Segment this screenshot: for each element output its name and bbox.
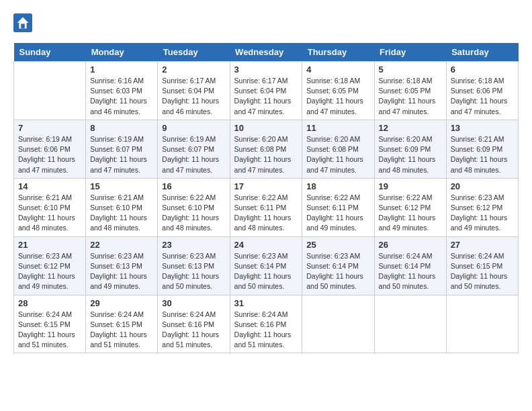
date-number: 15: [90, 181, 153, 191]
date-number: 13: [451, 123, 514, 133]
cell-sunset: Sunset: 6:14 PM: [379, 262, 431, 270]
cell-sunrise: Sunrise: 6:21 AM: [90, 193, 144, 201]
cell-sunset: Sunset: 6:07 PM: [162, 145, 214, 153]
cell-sunset: Sunset: 6:10 PM: [162, 203, 214, 212]
cell-sunset: Sunset: 6:12 PM: [451, 203, 503, 212]
calendar-cell: 5 Sunrise: 6:18 AM Sunset: 6:05 PM Dayli…: [374, 62, 446, 120]
cell-daylight: Daylight: 11 hours and 50 minutes.: [379, 272, 436, 290]
cell-daylight: Daylight: 11 hours and 49 minutes.: [306, 214, 363, 232]
date-number: 24: [234, 240, 298, 250]
date-number: 5: [379, 64, 442, 75]
date-number: 4: [306, 64, 369, 75]
cell-sunrise: Sunrise: 6:22 AM: [162, 193, 216, 201]
date-number: 7: [18, 123, 81, 133]
calendar-cell: 23 Sunrise: 6:23 AM Sunset: 6:13 PM Dayl…: [158, 236, 230, 295]
calendar-cell: 24 Sunrise: 6:23 AM Sunset: 6:14 PM Dayl…: [230, 236, 302, 295]
svg-rect-2: [21, 24, 25, 28]
cell-sunset: Sunset: 6:08 PM: [234, 145, 287, 153]
cell-sunrise: Sunrise: 6:22 AM: [306, 193, 360, 201]
calendar-cell: 30 Sunrise: 6:24 AM Sunset: 6:16 PM Dayl…: [158, 295, 230, 353]
calendar-cell: 8 Sunrise: 6:19 AM Sunset: 6:07 PM Dayli…: [86, 120, 158, 178]
date-number: 28: [18, 298, 81, 308]
calendar-cell: [446, 295, 518, 353]
calendar-cell: 10 Sunrise: 6:20 AM Sunset: 6:08 PM Dayl…: [230, 120, 302, 178]
cell-daylight: Daylight: 11 hours and 48 minutes.: [234, 214, 292, 232]
cell-sunrise: Sunrise: 6:23 AM: [234, 252, 288, 260]
cell-sunrise: Sunrise: 6:16 AM: [90, 77, 144, 85]
cell-sunset: Sunset: 6:13 PM: [90, 262, 142, 270]
cell-sunrise: Sunrise: 6:24 AM: [234, 310, 288, 318]
day-header-sunday: Sunday: [14, 43, 86, 62]
cell-sunset: Sunset: 6:15 PM: [451, 262, 503, 270]
date-number: 21: [18, 240, 81, 250]
cell-sunset: Sunset: 6:06 PM: [18, 145, 71, 153]
day-header-saturday: Saturday: [446, 43, 518, 62]
cell-sunset: Sunset: 6:16 PM: [162, 320, 214, 328]
cell-daylight: Daylight: 11 hours and 48 minutes.: [451, 155, 508, 173]
cell-sunrise: Sunrise: 6:22 AM: [234, 193, 288, 201]
day-header-thursday: Thursday: [302, 43, 374, 62]
date-number: 9: [162, 123, 225, 133]
week-row-4: 21 Sunrise: 6:23 AM Sunset: 6:12 PM Dayl…: [14, 236, 519, 295]
logo: [13, 13, 35, 32]
cell-daylight: Daylight: 11 hours and 48 minutes.: [162, 214, 219, 232]
calendar-cell: 9 Sunrise: 6:19 AM Sunset: 6:07 PM Dayli…: [158, 120, 230, 178]
date-number: 17: [234, 181, 298, 191]
cell-sunset: Sunset: 6:13 PM: [162, 262, 214, 270]
cell-sunrise: Sunrise: 6:22 AM: [379, 193, 433, 201]
cell-daylight: Daylight: 11 hours and 51 minutes.: [90, 330, 147, 349]
week-row-2: 7 Sunrise: 6:19 AM Sunset: 6:06 PM Dayli…: [14, 120, 519, 178]
cell-sunset: Sunset: 6:15 PM: [90, 320, 142, 328]
cell-sunset: Sunset: 6:09 PM: [451, 145, 503, 153]
calendar-cell: 13 Sunrise: 6:21 AM Sunset: 6:09 PM Dayl…: [446, 120, 518, 178]
page-container: SundayMondayTuesdayWednesdayThursdayFrid…: [13, 13, 519, 353]
calendar-cell: 20 Sunrise: 6:23 AM Sunset: 6:12 PM Dayl…: [446, 178, 518, 236]
cell-sunrise: Sunrise: 6:23 AM: [90, 252, 144, 260]
calendar-cell: 29 Sunrise: 6:24 AM Sunset: 6:15 PM Dayl…: [86, 295, 158, 353]
date-number: 22: [90, 240, 153, 250]
date-number: 18: [306, 181, 369, 191]
cell-daylight: Daylight: 11 hours and 47 minutes.: [306, 97, 363, 115]
date-number: 3: [234, 64, 298, 75]
cell-sunrise: Sunrise: 6:17 AM: [162, 77, 216, 85]
date-number: 12: [379, 123, 442, 133]
cell-daylight: Daylight: 11 hours and 46 minutes.: [90, 97, 147, 115]
week-row-5: 28 Sunrise: 6:24 AM Sunset: 6:15 PM Dayl…: [14, 295, 519, 353]
cell-sunrise: Sunrise: 6:18 AM: [451, 77, 504, 85]
cell-daylight: Daylight: 11 hours and 47 minutes.: [18, 155, 75, 173]
calendar-cell: 15 Sunrise: 6:21 AM Sunset: 6:10 PM Dayl…: [86, 178, 158, 236]
calendar-cell: 17 Sunrise: 6:22 AM Sunset: 6:11 PM Dayl…: [230, 178, 302, 236]
date-number: 2: [162, 64, 225, 75]
calendar-cell: 28 Sunrise: 6:24 AM Sunset: 6:15 PM Dayl…: [14, 295, 86, 353]
date-number: 16: [162, 181, 225, 191]
cell-sunset: Sunset: 6:08 PM: [306, 145, 359, 153]
cell-sunrise: Sunrise: 6:23 AM: [451, 193, 504, 201]
cell-sunrise: Sunrise: 6:21 AM: [451, 135, 504, 143]
day-header-tuesday: Tuesday: [158, 43, 230, 62]
cell-sunset: Sunset: 6:12 PM: [379, 203, 431, 212]
cell-daylight: Daylight: 11 hours and 47 minutes.: [90, 155, 147, 173]
cell-sunset: Sunset: 6:05 PM: [306, 87, 359, 95]
calendar-cell: 25 Sunrise: 6:23 AM Sunset: 6:14 PM Dayl…: [302, 236, 374, 295]
header-row: SundayMondayTuesdayWednesdayThursdayFrid…: [14, 43, 519, 62]
week-row-3: 14 Sunrise: 6:21 AM Sunset: 6:10 PM Dayl…: [14, 178, 519, 236]
date-number: 11: [306, 123, 369, 133]
cell-sunrise: Sunrise: 6:24 AM: [451, 252, 504, 260]
calendar-cell: 22 Sunrise: 6:23 AM Sunset: 6:13 PM Dayl…: [86, 236, 158, 295]
day-header-wednesday: Wednesday: [230, 43, 302, 62]
calendar-cell: 31 Sunrise: 6:24 AM Sunset: 6:16 PM Dayl…: [230, 295, 302, 353]
calendar-cell: 26 Sunrise: 6:24 AM Sunset: 6:14 PM Dayl…: [374, 236, 446, 295]
cell-daylight: Daylight: 11 hours and 49 minutes.: [379, 214, 436, 232]
cell-sunset: Sunset: 6:05 PM: [379, 87, 431, 95]
date-number: 26: [379, 240, 442, 250]
date-number: 27: [451, 240, 514, 250]
cell-sunrise: Sunrise: 6:20 AM: [306, 135, 360, 143]
calendar-cell: 11 Sunrise: 6:20 AM Sunset: 6:08 PM Dayl…: [302, 120, 374, 178]
cell-sunrise: Sunrise: 6:24 AM: [90, 310, 144, 318]
calendar-cell: [374, 295, 446, 353]
date-number: 31: [234, 298, 298, 308]
cell-sunrise: Sunrise: 6:24 AM: [18, 310, 72, 318]
date-number: 6: [451, 64, 514, 75]
cell-sunset: Sunset: 6:07 PM: [90, 145, 142, 153]
calendar-cell: 18 Sunrise: 6:22 AM Sunset: 6:11 PM Dayl…: [302, 178, 374, 236]
